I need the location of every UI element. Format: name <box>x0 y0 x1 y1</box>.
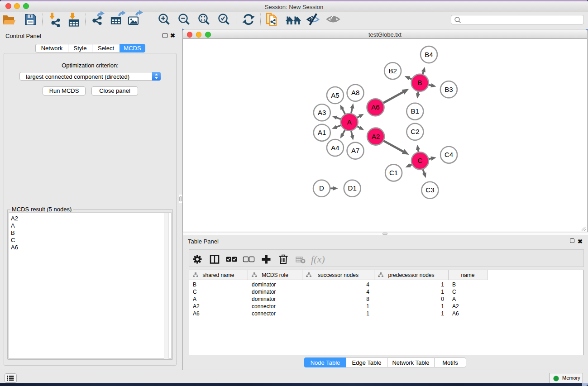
svg-text:B4: B4 <box>425 51 433 58</box>
svg-text:C1: C1 <box>389 169 398 176</box>
svg-text:A3: A3 <box>318 109 326 116</box>
svg-text:C2: C2 <box>411 128 419 135</box>
svg-text:D1: D1 <box>348 184 357 192</box>
svg-text:B2: B2 <box>388 67 397 75</box>
svg-text:A4: A4 <box>331 144 339 152</box>
svg-text:C: C <box>417 157 422 164</box>
svg-text:C4: C4 <box>445 151 453 158</box>
svg-text:C3: C3 <box>425 186 434 194</box>
svg-text:A2: A2 <box>372 133 380 140</box>
svg-text:A: A <box>347 118 352 126</box>
svg-text:B3: B3 <box>445 86 453 93</box>
svg-text:A5: A5 <box>331 91 339 99</box>
svg-text:D: D <box>319 184 324 192</box>
svg-text:B: B <box>418 79 422 86</box>
svg-text:f(x): f(x) <box>311 253 325 265</box>
svg-text:A8: A8 <box>351 89 359 96</box>
svg-text:A1: A1 <box>318 129 326 136</box>
svg-text:A6: A6 <box>371 103 379 111</box>
svg-text:B1: B1 <box>411 107 419 115</box>
svg-text:A7: A7 <box>351 147 359 154</box>
